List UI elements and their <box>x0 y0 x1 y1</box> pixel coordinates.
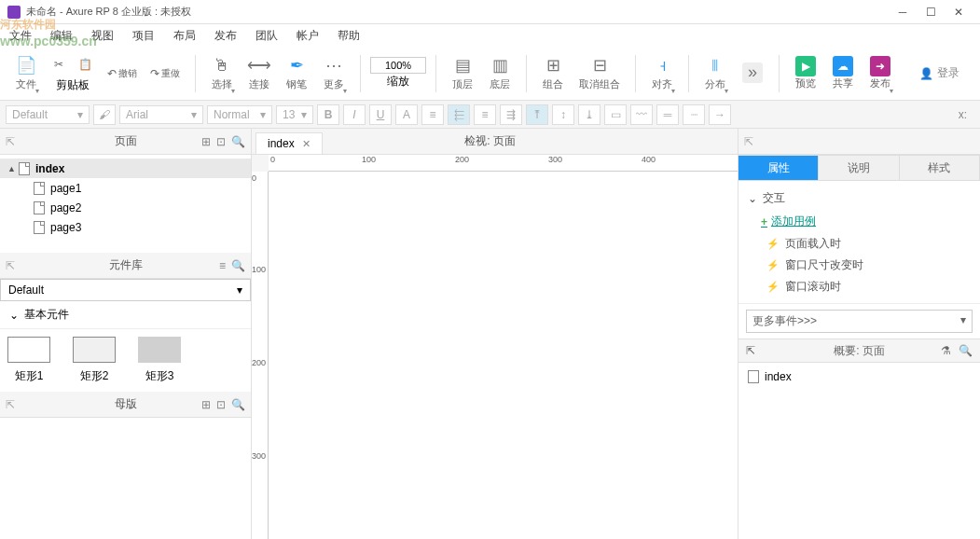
connect-button[interactable]: ⟷连接 <box>242 50 276 97</box>
pin-icon[interactable]: ⇱ <box>6 259 15 272</box>
library-category[interactable]: ⌄基本元件 <box>0 301 251 329</box>
select-button[interactable]: 🖱选择 <box>205 50 239 97</box>
more-button[interactable]: ⋯更多 <box>317 50 351 97</box>
search-outline-button[interactable]: 🔍 <box>959 344 973 357</box>
menu-team[interactable]: 团队 <box>252 26 282 46</box>
window-title: 未命名 - Axure RP 8 企业版 : 未授权 <box>26 5 191 19</box>
widget-rect1[interactable]: 矩形1 <box>7 337 50 384</box>
search-pages-button[interactable]: 🔍 <box>231 135 245 148</box>
close-tab-icon[interactable]: ✕ <box>302 138 311 150</box>
text-color-button[interactable]: A <box>395 104 418 125</box>
align-button[interactable]: ⫞对齐 <box>645 50 679 97</box>
bullet-button[interactable]: ≡ <box>421 104 444 125</box>
page-item-page3[interactable]: page3 <box>0 217 251 237</box>
fill-button[interactable]: ▭ <box>604 104 627 125</box>
add-master-button[interactable]: ⊞ <box>201 398 211 411</box>
menu-file[interactable]: 文件 <box>6 26 35 46</box>
redo-button[interactable]: ↷重做 <box>145 62 186 85</box>
search-masters-button[interactable]: 🔍 <box>231 398 245 411</box>
cut-button[interactable]: ✂ <box>47 53 71 76</box>
menu-project[interactable]: 项目 <box>129 26 159 46</box>
maximize-button[interactable]: ☐ <box>917 3 945 21</box>
menu-edit[interactable]: 编辑 <box>47 26 76 46</box>
page-item-page2[interactable]: page2 <box>0 198 251 217</box>
copy-button[interactable]: 📋 <box>73 53 98 76</box>
add-case-button[interactable]: +添加用例 <box>748 210 971 233</box>
pin-icon[interactable]: ⇱ <box>744 135 753 148</box>
close-button[interactable]: ✕ <box>945 3 973 21</box>
bold-button[interactable]: B <box>317 104 339 125</box>
share-button[interactable]: ☁共享 <box>826 50 860 97</box>
search-library-button[interactable]: 🔍 <box>231 259 245 272</box>
arrow-button[interactable]: → <box>709 104 731 125</box>
zoom-value[interactable]: 100% <box>370 57 426 74</box>
ruler-horizontal[interactable]: 0 100 200 300 400 <box>269 155 738 172</box>
tab-props[interactable]: 属性 <box>738 155 819 181</box>
distribute-button[interactable]: ⦀分布 <box>698 50 732 97</box>
style-select[interactable]: Default▾ <box>6 105 90 124</box>
line-width-button[interactable]: ═ <box>656 104 679 125</box>
underline-button[interactable]: U <box>369 104 392 125</box>
menu-layout[interactable]: 布局 <box>170 26 200 46</box>
valign-mid-button[interactable]: ↕ <box>552 104 574 125</box>
widget-rect2[interactable]: 矩形2 <box>73 337 116 384</box>
align-center-button[interactable]: ≡ <box>474 104 496 125</box>
front-button[interactable]: ▤顶层 <box>446 50 479 97</box>
menu-account[interactable]: 帐户 <box>293 26 323 46</box>
more-events-select[interactable]: 更多事件>>>▾ <box>746 310 973 333</box>
tab-style[interactable]: 样式 <box>900 155 980 181</box>
pin-icon[interactable]: ⇱ <box>6 398 15 411</box>
event-icon: ⚡ <box>766 281 780 293</box>
group-button[interactable]: ⊞组合 <box>536 50 570 97</box>
publish-button[interactable]: ➜发布 <box>863 50 897 97</box>
publish-icon: ➜ <box>870 56 890 76</box>
align-left-button[interactable]: ⬱ <box>448 104 470 125</box>
outline-item-index[interactable]: index <box>748 368 971 385</box>
file-button[interactable]: 📄文件 <box>9 50 43 97</box>
add-master-folder-button[interactable]: ⊡ <box>216 398 226 411</box>
italic-button[interactable]: I <box>343 104 366 125</box>
pin-icon[interactable]: ⇱ <box>6 135 15 148</box>
preview-button[interactable]: ▶预览 <box>789 50 822 97</box>
expand-button[interactable]: » <box>736 50 769 97</box>
ungroup-button[interactable]: ⊟取消组合 <box>573 50 626 97</box>
front-icon: ▤ <box>452 55 473 76</box>
library-select[interactable]: Default▾ <box>0 279 251 301</box>
line-color-button[interactable]: 〰 <box>630 104 653 125</box>
page-item-index[interactable]: ▲index <box>0 159 251 178</box>
minimize-button[interactable]: ─ <box>889 3 917 21</box>
menu-publish[interactable]: 发布 <box>211 26 241 46</box>
back-button[interactable]: ▥底层 <box>483 50 517 97</box>
undo-icon: ↶ <box>107 67 117 80</box>
tab-notes[interactable]: 说明 <box>819 155 899 181</box>
event-page-load[interactable]: ⚡页面载入时 <box>748 233 971 255</box>
library-menu-button[interactable]: ≡ <box>219 259 226 272</box>
ruler-vertical[interactable]: 0 100 200 300 <box>252 172 269 539</box>
undo-button[interactable]: ↶撤销 <box>102 62 143 85</box>
line-style-button[interactable]: ┈ <box>683 104 705 125</box>
size-select[interactable]: 13▾ <box>276 105 313 124</box>
event-resize[interactable]: ⚡窗口尺寸改变时 <box>748 255 971 276</box>
filter-icon[interactable]: ⚗ <box>941 344 951 357</box>
add-folder-button[interactable]: ⊡ <box>216 135 226 148</box>
interaction-section[interactable]: ⌄交互 <box>748 187 971 210</box>
menu-help[interactable]: 帮助 <box>334 26 364 46</box>
weight-select[interactable]: Normal▾ <box>207 105 272 124</box>
style-paint-button[interactable]: 🖌 <box>93 104 116 125</box>
font-select[interactable]: Arial▾ <box>119 105 203 124</box>
tab-index[interactable]: index✕ <box>255 132 323 154</box>
menu-view[interactable]: 视图 <box>88 26 117 46</box>
align-right-button[interactable]: ⇶ <box>500 104 522 125</box>
pin-icon[interactable]: ⇱ <box>746 344 755 357</box>
cut-icon: ✂ <box>54 58 63 71</box>
login-button[interactable]: 👤登录 <box>908 60 971 87</box>
valign-bot-button[interactable]: ⤓ <box>578 104 600 125</box>
event-scroll[interactable]: ⚡窗口滚动时 <box>748 276 971 297</box>
widget-rect3[interactable]: 矩形3 <box>138 337 181 384</box>
zoom-control[interactable]: 100% 缩放 <box>370 57 426 90</box>
canvas[interactable] <box>269 172 738 539</box>
page-item-page1[interactable]: page1 <box>0 178 251 198</box>
pen-button[interactable]: ✒钢笔 <box>280 50 313 97</box>
valign-top-button[interactable]: ⤒ <box>526 104 548 125</box>
add-page-button[interactable]: ⊞ <box>201 135 211 148</box>
